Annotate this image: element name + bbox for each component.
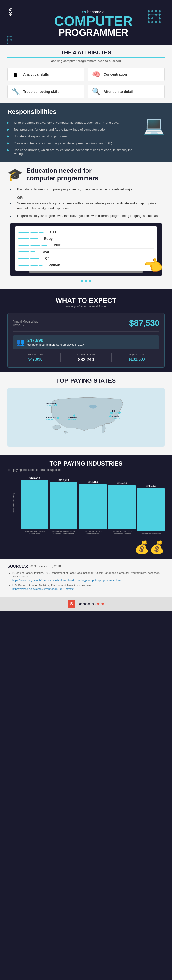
education-section: 🎓 Education needed forcomputer programme… — [0, 162, 172, 290]
industries-title: TOP-PAYING INDUSTRIES — [7, 460, 165, 467]
edu-text-bachelor: Bachelor's degree in computer programmin… — [17, 187, 133, 192]
bullet-icon-2: • — [10, 201, 15, 207]
attributes-grid: 🖩 Analytical skills 🧠 Concentration 🔧 Tr… — [7, 68, 165, 98]
source-item-2: U.S. Bureau of Labor Statistics, Employm… — [12, 584, 165, 591]
money-bags-icon: 💰💰 — [7, 540, 165, 554]
median-label: Median Salary — [63, 353, 109, 356]
map-svg: Washington $121,000 California $96,270 C… — [10, 390, 162, 444]
svg-text:Washington: Washington — [47, 402, 58, 404]
lowest-value: $47,090 — [13, 357, 58, 362]
sources-section: SOURCES: © Schools.com, 2018 Bureau of L… — [0, 559, 172, 597]
wrench-icon: 🔧 — [11, 88, 20, 95]
highest-label: Highest 10% — [114, 353, 159, 356]
list-item: Write programs in a variety of computer … — [7, 119, 141, 126]
svg-text:$95,520: $95,520 — [112, 417, 120, 420]
bar-2 — [50, 482, 77, 529]
svg-text:DC: DC — [112, 410, 115, 412]
employed-count: 247,690 — [27, 338, 84, 343]
bar-chart: Annual Wage (2017) $122,240 Nonresidenti… — [7, 477, 165, 538]
source-text-1: Bureau of Labor Statistics, U.S. Departm… — [12, 571, 160, 578]
bar-item-1: $122,240 Nonresidential Building Constru… — [21, 477, 48, 535]
education-item-bachelor: • Bachelor's degree in computer programm… — [10, 187, 162, 192]
laptop-base — [29, 271, 143, 273]
calculator-icon: 🖩 — [11, 70, 20, 78]
employed-label: computer programmers were employed in 20… — [27, 343, 84, 347]
lang-item-java: Java — [18, 249, 154, 255]
sources-header: SOURCES: © Schools.com, 2018 — [7, 564, 165, 569]
education-header: 🎓 Education needed forcomputer programme… — [7, 167, 165, 182]
bar-label-2: Securities and Commodity Contracts Inter… — [50, 530, 77, 535]
bar-value-1: $122,240 — [29, 477, 40, 479]
attribute-item-attention: 🔍 Attention to detail — [88, 85, 165, 98]
y-axis-label: Annual Wage (2017) — [12, 501, 15, 513]
svg-text:California: California — [47, 416, 56, 418]
education-content: • Bachelor's degree in computer programm… — [7, 187, 165, 219]
bar-label-3: Other Wood Product Manufacturing — [79, 530, 106, 535]
svg-text:$101,740: $101,740 — [112, 412, 121, 414]
magnify-icon: 🔍 — [92, 88, 101, 95]
bar-value-2: $116,770 — [58, 479, 69, 482]
bar-4 — [108, 485, 136, 529]
list-item: Test programs for errors and fix the fau… — [7, 126, 141, 133]
states-section: TOP-PAYING STATES Washington $121,000 Ca… — [0, 372, 172, 455]
svg-point-21 — [10, 39, 12, 41]
bar-3 — [79, 484, 106, 529]
header-title-main: Computer — [20, 14, 167, 28]
attribute-label-troubleshooting: Troubleshooting skills — [23, 90, 60, 94]
attributes-subtitle: aspiring computer programmers need to su… — [7, 59, 165, 63]
states-title: TOP-PAYING STATES — [7, 377, 165, 384]
attributes-section: THE 4 ATTRIBUTES aspiring computer progr… — [0, 45, 172, 103]
bar-item-2: $116,770 Securities and Commodity Contra… — [50, 479, 77, 535]
median-value: $82,240 — [63, 357, 109, 362]
bullet-icon-3: • — [10, 214, 15, 219]
employed-box: 👥 247,690 computer programmers were empl… — [13, 336, 159, 349]
languages-laptop: C++ Ruby PHP — [10, 223, 162, 276]
header-section: How to become a Computer Programmer — [0, 0, 172, 45]
how-label: How — [9, 7, 12, 17]
sources-title: SOURCES: — [7, 564, 28, 569]
lang-java: Java — [42, 250, 49, 254]
salary-median: Median Salary $82,240 — [63, 353, 109, 362]
list-item: Use code libraries, which are collection… — [7, 147, 141, 157]
lang-php: PHP — [53, 243, 61, 247]
bullet-icon: • — [10, 188, 15, 192]
svg-point-8 — [151, 18, 153, 19]
bar-1 — [21, 480, 48, 529]
bar-label-4: Travel Arrangement and Reservation Servi… — [108, 530, 136, 535]
svg-text:Colorado: Colorado — [68, 416, 77, 418]
responsibilities-list: Write programs in a variety of computer … — [7, 119, 141, 157]
salary-lowest: Lowest 10% $47,090 — [13, 353, 58, 362]
laptop-screen: C++ Ruby PHP — [15, 226, 157, 271]
highest-value: $132,530 — [114, 357, 159, 362]
source-link-1[interactable]: https://www.bls.gov/ooh/computer-and-inf… — [12, 579, 121, 582]
circuit-decoration-left — [5, 34, 17, 47]
salary-range: Lowest 10% $47,090 Median Salary $82,240… — [13, 353, 159, 362]
education-item-languages: • Regardless of your degree level, famil… — [10, 213, 162, 219]
svg-point-29 — [109, 415, 112, 417]
source-link-2[interactable]: https://www.bls.gov/emp/current/oes17206… — [12, 587, 74, 590]
us-map: Washington $121,000 California $96,270 C… — [7, 388, 165, 447]
bar-item-4: $110,010 Travel Arrangement and Reservat… — [108, 482, 136, 535]
footer-logo: S — [68, 600, 76, 608]
brain-icon: 🧠 — [92, 70, 101, 78]
lang-item-php: PHP — [18, 242, 154, 249]
pointing-hand-icon: 👉 — [143, 256, 163, 275]
header-title-sub: Programmer — [20, 28, 167, 37]
expect-stats: Annual Mean Wage: May 2017 $87,530 👥 247… — [7, 313, 165, 367]
svg-text:$96,100: $96,100 — [68, 418, 76, 421]
annual-mean-value: $87,530 — [129, 318, 159, 328]
expect-subtitle: once you're in the workforce — [7, 304, 165, 308]
lang-ruby: Ruby — [44, 237, 53, 240]
svg-text:Virginia: Virginia — [112, 415, 119, 417]
source-text-2: U.S. Bureau of Labor Statistics, Employm… — [12, 584, 91, 587]
sources-intro: © Schools.com, 2018 — [31, 565, 61, 568]
attribute-item-troubleshooting: 🔧 Troubleshooting skills — [7, 85, 84, 98]
bar-value-5: $108,950 — [146, 485, 156, 487]
list-item: Update and expand existing programs — [7, 133, 141, 140]
lang-item-python: Python — [18, 262, 154, 268]
bar-label-1: Nonresidential Building Construction — [21, 530, 48, 535]
industries-section: TOP-PAYING INDUSTRIES Top-paying industr… — [0, 455, 172, 559]
lang-csharp: C# — [45, 256, 50, 261]
salary-highest: Highest 10% $132,530 — [114, 353, 159, 362]
svg-point-12 — [155, 21, 157, 23]
